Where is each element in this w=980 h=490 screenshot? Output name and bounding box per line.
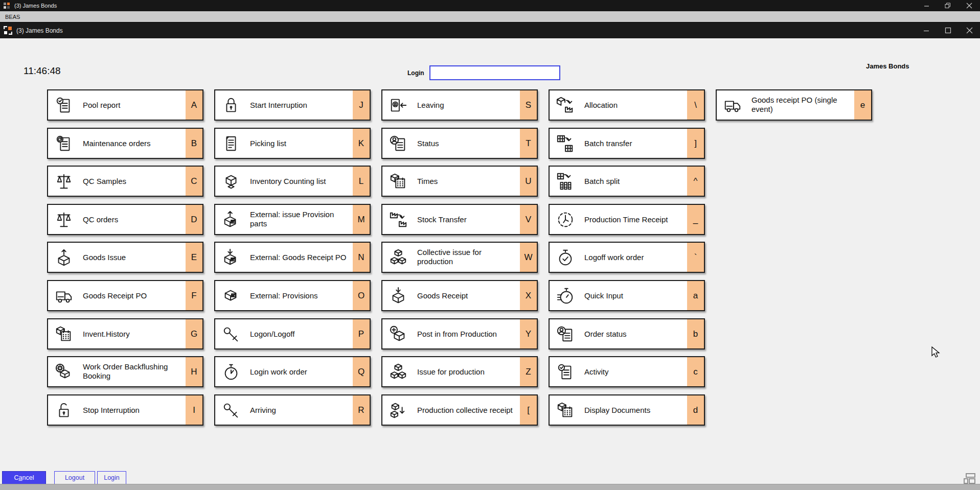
tile-stock-transfer[interactable]: Stock TransferV	[381, 204, 538, 235]
tile-label: Invent.History	[83, 329, 181, 339]
tile-arriving[interactable]: ArrivingR	[214, 394, 371, 426]
person-document-icon	[389, 134, 408, 153]
tile-activity[interactable]: Activityc	[549, 356, 705, 387]
balance-scale-icon	[54, 210, 74, 229]
tile-label: Status	[417, 138, 515, 148]
tile-label: External: Goods Receipt PO	[250, 252, 348, 262]
tile-shortcut-key: J	[353, 90, 370, 120]
tile-goods-issue[interactable]: Goods IssueE	[47, 242, 203, 273]
tile-issue-for-production[interactable]: Issue for productionZ	[381, 356, 538, 387]
tile-external-goods-receipt-po[interactable]: External: Goods Receipt PON	[214, 242, 371, 273]
tile-shortcut-key: U	[520, 167, 537, 196]
grid-split-icon	[556, 172, 575, 191]
tile-label: Stock Transfer	[417, 215, 515, 224]
tile-label: Arriving	[250, 405, 348, 415]
gear-box-icon	[54, 362, 74, 382]
tile-logoff-work-order[interactable]: Logoff work order`	[549, 242, 705, 273]
tile-label: Work Order Backflushing Booking	[83, 362, 181, 382]
tile-label: Quick Input	[584, 291, 682, 300]
tile-login-work-order[interactable]: Login work orderQ	[214, 356, 371, 387]
menu-bar: BEAS	[0, 11, 980, 22]
tile-label: Goods Issue	[83, 252, 181, 262]
tile-qc-samples[interactable]: QC SamplesC	[47, 166, 203, 197]
lock-open-icon	[54, 401, 74, 420]
tile-label: Logoff work order	[584, 252, 682, 262]
tile-shortcut-key: X	[520, 281, 537, 310]
tile-batch-split[interactable]: Batch split^	[549, 166, 705, 197]
tile-inventory-counting-list[interactable]: Inventory Counting listL	[214, 166, 371, 197]
tile-quick-input[interactable]: Quick Inputa	[549, 280, 705, 311]
tile-label: Batch split	[584, 176, 682, 186]
outer-minimize-button[interactable]	[916, 0, 937, 11]
tile-status[interactable]: StatusT	[381, 128, 538, 159]
tile-label: QC orders	[83, 215, 181, 224]
tile-shortcut-key: G	[186, 319, 202, 348]
tile-logon-logoff[interactable]: Logon/LogoffP	[214, 318, 371, 349]
tile-pool-report[interactable]: Pool reportA	[47, 89, 203, 121]
tile-post-in-from-production[interactable]: Post in from ProductionY	[381, 318, 538, 349]
outer-restore-button[interactable]	[937, 0, 959, 11]
tile-shortcut-key: K	[353, 129, 370, 158]
tile-shortcut-key: _	[687, 205, 704, 234]
logout-button[interactable]: Logout	[54, 471, 95, 484]
inner-minimize-button[interactable]	[916, 22, 937, 38]
tile-label: QC Samples	[83, 176, 181, 186]
tile-shortcut-key: ^	[687, 167, 704, 196]
outer-close-button[interactable]	[959, 0, 980, 11]
beas-logo-icon	[4, 26, 12, 35]
box-label-down-icon	[221, 248, 241, 267]
tile-label: Allocation	[584, 100, 682, 110]
tile-leaving[interactable]: LeavingS	[381, 89, 538, 121]
tile-label: Stop Interruption	[83, 405, 181, 415]
tile-display-documents[interactable]: Display Documentsd	[549, 394, 705, 426]
cubes-icon	[221, 172, 241, 191]
tile-goods-receipt-po-single-event[interactable]: Goods receipt PO (single event)e	[716, 89, 872, 121]
tile-maintenance-orders[interactable]: Maintenance ordersB	[47, 128, 203, 159]
tile-label: Order status	[584, 329, 682, 339]
form-layout-icon[interactable]	[964, 473, 976, 484]
tile-goods-receipt[interactable]: Goods ReceiptX	[381, 280, 538, 311]
tile-invent-history[interactable]: Invent.HistoryG	[47, 318, 203, 349]
document-check-icon	[556, 362, 575, 382]
balance-scale-icon	[54, 172, 74, 191]
tile-production-time-receipt[interactable]: Production Time Receipt_	[549, 204, 705, 235]
inner-close-button[interactable]	[959, 22, 980, 38]
tile-picking-list[interactable]: Picking listK	[214, 128, 371, 159]
tile-start-interruption[interactable]: Start InterruptionJ	[214, 89, 371, 121]
tile-label: Post in from Production	[417, 329, 515, 339]
login-button[interactable]: Login	[97, 471, 126, 484]
inner-maximize-button[interactable]	[937, 22, 959, 38]
tile-label: Times	[417, 176, 515, 186]
maximize-icon	[945, 27, 951, 34]
tile-batch-transfer[interactable]: Batch transfer]	[549, 128, 705, 159]
tile-shortcut-key: Y	[520, 319, 537, 348]
tile-shortcut-key: L	[353, 167, 370, 196]
tile-shortcut-key: d	[687, 395, 704, 425]
cancel-button[interactable]: Cancel	[2, 471, 46, 484]
tile-shortcut-key: F	[186, 281, 202, 310]
tile-goods-receipt-po[interactable]: Goods Receipt POF	[47, 280, 203, 311]
stopwatch-icon	[221, 362, 241, 382]
document-refresh-icon	[54, 134, 74, 153]
tile-qc-orders[interactable]: QC ordersD	[47, 204, 203, 235]
login-input[interactable]	[429, 65, 560, 80]
tile-times[interactable]: TimesU	[381, 166, 538, 197]
tile-allocation[interactable]: Allocation\	[549, 89, 705, 121]
cubes-cluster-icon	[389, 362, 408, 382]
menu-item-beas[interactable]: BEAS	[5, 14, 20, 20]
tile-production-collective-receipt[interactable]: Production collective receipt[	[381, 394, 538, 426]
tile-stop-interruption[interactable]: Stop InterruptionI	[47, 394, 203, 426]
tile-external-issue-provision-parts[interactable]: External: issue Provision partsM	[214, 204, 371, 235]
tile-external-provisions[interactable]: External: ProvisionsO	[214, 280, 371, 311]
tile-label: Batch transfer	[584, 138, 682, 148]
key-icon	[221, 401, 241, 420]
box-arrow-up-icon	[54, 248, 74, 267]
box-arrow-in-icon	[389, 286, 408, 306]
document-lines-icon	[221, 134, 241, 153]
tile-collective-issue-for-production[interactable]: Collective issue for productionW	[381, 242, 538, 273]
tile-order-status[interactable]: Order statusb	[549, 318, 705, 349]
tile-shortcut-key: T	[520, 129, 537, 158]
tile-label: Maintenance orders	[83, 138, 181, 148]
tile-work-order-backflushing-booking[interactable]: Work Order Backflushing BookingH	[47, 356, 203, 387]
document-check-icon	[54, 96, 74, 115]
